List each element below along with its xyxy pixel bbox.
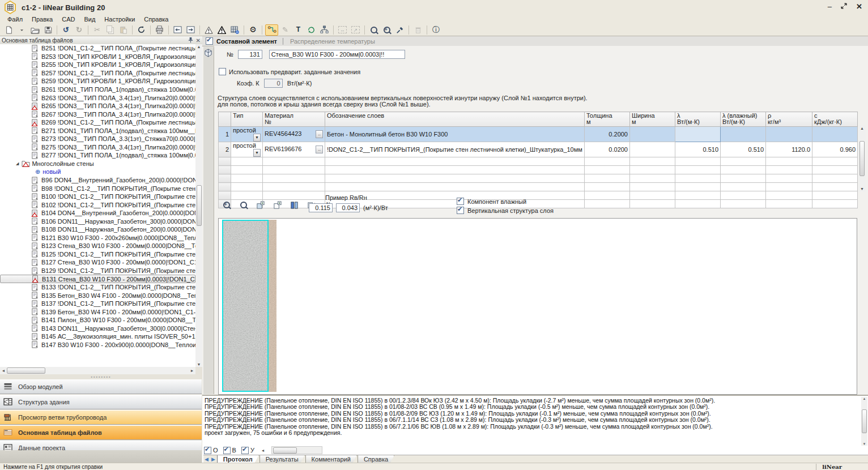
table-vertical-scrollbar[interactable]: ▲▼ — [858, 125, 866, 192]
zoom-out-layers-icon[interactable] — [237, 200, 249, 210]
tree-group-multilayer-walls[interactable]: ◢Многослойные стены — [0, 160, 195, 168]
empty-layer-row[interactable] — [219, 174, 858, 183]
tree-item[interactable]: B263 !DON3__ТИП ПОЛА_3.4(1эт)_Плитка20|0… — [0, 93, 195, 102]
tree-item[interactable]: B133 !DON1_C1-2__ТИП ПОКРЫТИЯ_(Покрытие … — [0, 283, 195, 292]
menu-Файл[interactable]: Файл — [3, 16, 27, 23]
tree-item[interactable]: B121 B30 W10 F300 - 200x260мм|0.0000|DON… — [0, 234, 195, 242]
tab-composite-element[interactable]: Составной элемент — [216, 38, 277, 45]
close-panel-icon[interactable]: ✕ — [196, 37, 201, 44]
gear-icon[interactable]: ⚙ — [247, 25, 259, 35]
hierarchy-icon[interactable] — [318, 25, 330, 35]
tree-item[interactable]: B100 !DON1_C1-2__ТИП ПОКРЫТИЯ_(Покрытие … — [0, 193, 195, 201]
log-filter-О[interactable]: О — [204, 447, 218, 454]
layer-name-cell[interactable]: Бетон - Монолитный бетон B30 W10 F300 — [325, 127, 585, 142]
column-header[interactable]: Материал№ — [263, 112, 325, 127]
layer-preview-canvas[interactable] — [218, 218, 857, 395]
example-rn-field[interactable]: 0.043 — [336, 203, 360, 212]
zoom-in-icon[interactable] — [381, 25, 393, 35]
next-message-icon[interactable]: ▶ — [211, 456, 215, 462]
tree-item[interactable]: B259 !DON_ТИП КРОВЛИ 1_КРОВЛЯ_Гидроизоля… — [0, 77, 195, 86]
prev-message-icon[interactable]: ◀ — [205, 456, 209, 462]
column-header[interactable]: ρкг/м³ — [766, 112, 812, 127]
menu-Справка[interactable]: Справка — [140, 16, 172, 23]
tree-item[interactable]: B104 DON4__Внутренний_Газобетон_200|0.00… — [0, 209, 195, 217]
log-vertical-scrollbar[interactable]: ▲▼ — [861, 397, 867, 446]
column-header[interactable]: Тип — [231, 112, 263, 127]
column-header[interactable]: λ (влажный)Вт/(м·К) — [721, 112, 766, 127]
vertical-structure-checkbox[interactable] — [457, 207, 464, 214]
tree-item[interactable]: B251 !DON1_C1-2__ТИП ПОЛА_(Покрытие лест… — [0, 44, 195, 53]
use-defaults-checkbox[interactable] — [219, 68, 226, 75]
empty-layer-row[interactable] — [219, 166, 858, 174]
copy-icon[interactable] — [104, 25, 116, 35]
lambda-cell[interactable] — [675, 127, 721, 142]
tree-item[interactable]: B255 !DON_ТИП КРОВЛИ 1_КРОВЛЯ_Гидроизоля… — [0, 61, 195, 69]
layer-row[interactable]: 2простой▼REV6196676‥!DON2_C1-2__ТИП ПОКР… — [219, 142, 858, 157]
paste-icon[interactable] — [117, 25, 129, 35]
dropdown-icon[interactable]: ▼ — [253, 149, 261, 157]
new-file-caret-icon[interactable] — [16, 25, 28, 35]
tree-item[interactable]: B108 DON11__Наружная_Газобетон_200|0.000… — [0, 225, 195, 234]
column-header[interactable]: скДж/(кг·К) — [812, 112, 858, 127]
tree-item[interactable]: B147 B30 W10 F300 - 200x900|0.0000|DON8_… — [0, 341, 195, 349]
example-rv-field[interactable]: 0.115 — [309, 203, 333, 212]
width-cell[interactable] — [630, 142, 675, 157]
warning-outline-icon[interactable] — [203, 25, 215, 35]
layer-row[interactable]: 1простой▼REV4564423‥Бетон - Монолитный б… — [219, 127, 858, 142]
column-header[interactable]: Обозначение слоев — [325, 112, 585, 127]
plaster-layer-band[interactable] — [269, 220, 276, 392]
browse-icon[interactable]: ‥ — [316, 130, 323, 138]
cut-icon[interactable]: ✂ — [91, 25, 103, 35]
tree-item[interactable]: B143 DON11__Наружная_Газобетон_300|0.000… — [0, 324, 195, 333]
table-pause-icon[interactable] — [229, 25, 241, 35]
concrete-layer-band[interactable] — [222, 220, 269, 392]
tree-item[interactable]: B257 !DON1_C1-2__ТИП ПОЛА_(Покрытие лест… — [0, 69, 195, 78]
minimize-button[interactable]: – — [828, 2, 832, 11]
tree-item[interactable]: B135 Бетон_B30 W4 F100 - 200мм|0.0000|DO… — [0, 291, 195, 300]
info-icon[interactable]: ⓘ — [430, 25, 442, 35]
thickness-cell[interactable]: 0.0200 — [585, 142, 630, 157]
rho-cell[interactable] — [766, 127, 812, 142]
width-cell[interactable] — [630, 127, 675, 142]
sidebar-panel-pipe-branch[interactable]: Просмотр ветви трубопровода — [0, 410, 202, 425]
tree-item[interactable]: B273 !DON3__ТИП ПОЛА_3.3(1эт)_Стяжка70|0… — [0, 135, 195, 143]
material-cell[interactable]: REV4564423‥ — [263, 127, 325, 142]
rotate-icon[interactable] — [305, 25, 317, 35]
tree-item[interactable]: B129 !DON1_C1-2__ТИП ПОКРЫТИЯ_(Покрытие … — [0, 267, 195, 275]
sidebar-panel-building[interactable]: Структура здания — [0, 395, 202, 409]
fit-area-icon[interactable]: ↗ — [350, 25, 361, 35]
c-cell[interactable] — [812, 127, 858, 142]
menu-Настройки[interactable]: Настройки — [100, 16, 139, 23]
menu-Правка[interactable]: Правка — [28, 16, 57, 23]
tree-item[interactable]: B131 Стена_B30 W10 F300 - 200мм|0.0003|!… — [0, 275, 195, 283]
tree-item[interactable]: B98 !DON1_C1-2__ТИП ПОКРЫТИЯ_(Покрытие с… — [0, 184, 195, 193]
panel-splitter[interactable]: ▪▪▪▪▪▪▪▪ — [0, 374, 202, 379]
element-name-field[interactable]: Стена_B30 W10 F300 - 200мм|0.0003|!! — [269, 50, 405, 59]
column-header[interactable]: Ширинам — [630, 112, 675, 127]
zoom-in-layers-icon[interactable] — [220, 200, 232, 210]
columns-icon[interactable] — [288, 200, 300, 210]
layer-type-cell[interactable]: простой▼ — [231, 127, 263, 142]
layer-name-cell[interactable]: !DON2_C1-2__ТИП ПОКРЫТИЯ_(Покрытие стен … — [325, 142, 585, 157]
dropdown-icon[interactable]: ▼ — [253, 134, 261, 142]
fit-width-icon[interactable]: ↔ — [337, 25, 348, 35]
warning-icon[interactable] — [216, 25, 228, 35]
tree-horizontal-scrollbar[interactable]: ◄► — [0, 367, 195, 374]
tree-vertical-scrollbar[interactable]: ▲▼ — [195, 44, 202, 367]
sidebar-panel-file-table[interactable]: Основная таблица файлов — [0, 425, 202, 440]
window-import-icon[interactable] — [172, 25, 184, 35]
tree-item[interactable]: B271 !DON1_ТИП ПОЛА_1(подвал)_стяжка 100… — [0, 126, 195, 135]
eyedropper-icon[interactable] — [394, 25, 406, 35]
tree-item[interactable]: B277 !DON1_ТИП ПОЛА_1(подвал)_стяжка 100… — [0, 151, 195, 160]
tree-item[interactable]: B96 DON4__Внутренний_Газобетон_200|0.000… — [0, 176, 195, 185]
empty-layer-row[interactable] — [219, 183, 858, 191]
sync-icon[interactable] — [135, 25, 147, 35]
layer-type-cell[interactable]: простой▼ — [231, 142, 263, 157]
browse-icon[interactable]: ‥ — [316, 146, 323, 153]
thickness-cell[interactable]: 0.2000 — [585, 127, 630, 142]
tree-item[interactable]: B253 !DON_ТИП КРОВЛИ 1_КРОВЛЯ_Гидроизоля… — [0, 53, 195, 61]
add-layer-before-icon[interactable] — [254, 200, 266, 210]
material-cell[interactable]: REV6196676‥ — [263, 142, 325, 157]
pipe-network-icon[interactable] — [265, 24, 278, 36]
rho-cell[interactable]: 1120.0 — [766, 142, 812, 157]
